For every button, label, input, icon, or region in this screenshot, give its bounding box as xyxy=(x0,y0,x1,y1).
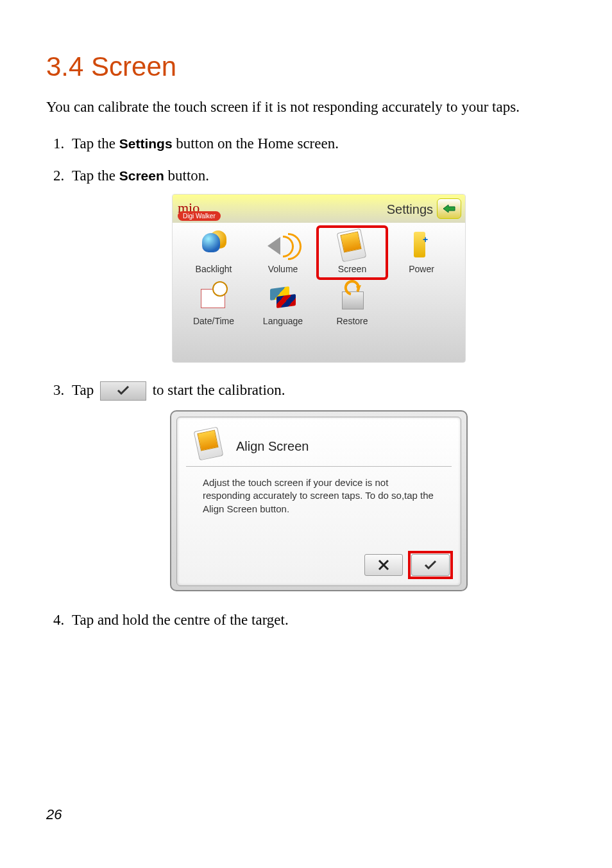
settings-item-label: Restore xyxy=(318,315,387,328)
settings-item-label: Screen xyxy=(318,263,387,276)
align-screen-screenshot: Align Screen Adjust the touch screen if … xyxy=(170,410,468,591)
digiwalker-badge: Digi Walker xyxy=(178,211,221,221)
cancel-button[interactable] xyxy=(364,554,403,576)
datetime-icon xyxy=(196,281,232,312)
backlight-icon xyxy=(196,229,232,260)
settings-item-restore[interactable]: Restore xyxy=(318,279,387,331)
settings-item-label: Date/Time xyxy=(179,315,248,328)
step-2: Tap the Screen button. mio Digi Walker S… xyxy=(68,165,566,363)
step-4-text: Tap and hold the centre of the target. xyxy=(72,612,289,628)
settings-item-datetime[interactable]: Date/Time xyxy=(179,279,248,331)
restore-icon xyxy=(334,281,370,312)
steps-list: Tap the Settings button on the Home scre… xyxy=(46,133,566,632)
confirm-button-highlight xyxy=(408,551,453,579)
inline-check-button[interactable] xyxy=(100,381,146,401)
intro-text: You can calibrate the touch screen if it… xyxy=(46,96,566,119)
check-icon xyxy=(116,383,130,399)
section-heading: 3.4 Screen xyxy=(46,51,566,82)
back-arrow-icon xyxy=(442,204,456,214)
settings-item-power[interactable]: + Power xyxy=(387,227,456,279)
settings-item-screen[interactable]: Screen xyxy=(318,227,387,279)
settings-item-backlight[interactable]: Backlight xyxy=(179,227,248,279)
confirm-button[interactable] xyxy=(411,554,450,576)
settings-item-volume[interactable]: Volume xyxy=(248,227,318,279)
step-1: Tap the Settings button on the Home scre… xyxy=(68,133,566,155)
divider xyxy=(186,466,452,467)
align-screen-title: Align Screen xyxy=(236,437,309,456)
step-4: Tap and hold the centre of the target. xyxy=(68,609,566,632)
step-1-button-name: Settings xyxy=(119,136,173,151)
power-icon: + xyxy=(404,229,439,260)
step-2-text-c: button. xyxy=(164,168,209,184)
volume-icon xyxy=(265,229,301,260)
back-button[interactable] xyxy=(437,198,461,219)
step-1-text-a: Tap the xyxy=(72,135,119,152)
settings-title: Settings xyxy=(387,200,433,219)
settings-item-label: Volume xyxy=(248,263,318,276)
settings-item-label: Power xyxy=(387,263,456,276)
align-screen-icon xyxy=(191,428,227,464)
settings-screenshot: mio Digi Walker Settings Backlight xyxy=(172,194,466,363)
settings-item-label: Backlight xyxy=(179,263,248,276)
screen-icon xyxy=(334,229,370,260)
align-screen-buttons xyxy=(364,551,453,579)
step-3-text-a: Tap xyxy=(72,382,98,398)
align-screen-panel: Align Screen Adjust the touch screen if … xyxy=(176,417,461,586)
check-icon xyxy=(423,560,438,570)
align-screen-description: Adjust the touch screen if your device i… xyxy=(203,476,435,516)
close-icon xyxy=(377,559,390,571)
step-2-button-name: Screen xyxy=(119,168,164,183)
step-2-text-a: Tap the xyxy=(72,168,119,184)
language-icon xyxy=(265,281,301,312)
step-1-text-c: button on the Home screen. xyxy=(173,135,339,152)
step-3-text-b: to start the calibration. xyxy=(153,382,285,398)
step-3: Tap to start the calibration. Align Scre… xyxy=(68,379,566,592)
settings-icons-grid: Backlight Volume Screen + Power xyxy=(173,223,465,336)
page-number: 26 xyxy=(46,806,62,823)
settings-titlebar: mio Digi Walker Settings xyxy=(173,195,465,223)
settings-item-label: Language xyxy=(248,315,318,328)
settings-item-language[interactable]: Language xyxy=(248,279,318,331)
